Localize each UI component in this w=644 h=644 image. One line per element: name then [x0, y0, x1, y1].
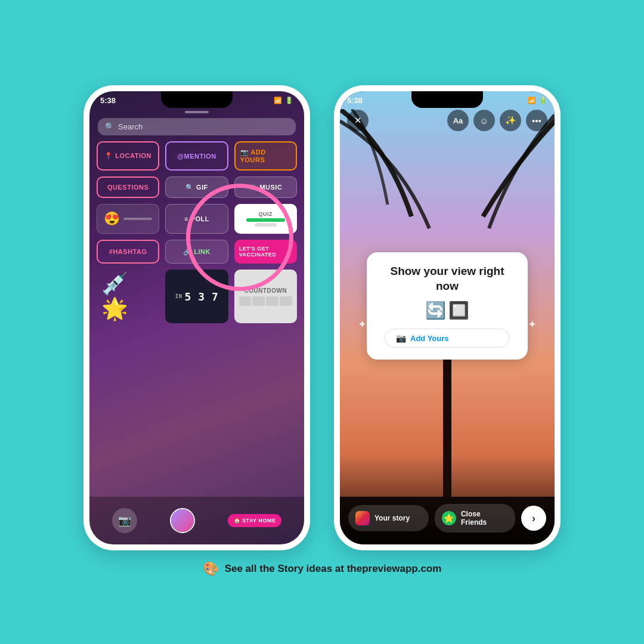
sticker-timer[interactable]: IN 5 3 7	[165, 270, 228, 323]
sticker-location[interactable]: 📍 LOCATION	[97, 141, 159, 171]
time-2: 5:38	[347, 96, 363, 105]
notch1	[161, 91, 233, 108]
phone1-screen: 5:38 📶 🔋 🔍 Search 📍 LOCATION @MENTION	[89, 91, 304, 544]
search-bar[interactable]: 🔍 Search	[98, 118, 296, 135]
wifi-icon: 📶	[274, 97, 282, 104]
sparkle-left: ✦	[358, 318, 367, 331]
sticker-mention[interactable]: @MENTION	[165, 141, 228, 171]
search-icon: 🔍	[105, 122, 114, 131]
your-story-label: Your story	[374, 514, 410, 522]
close-friends-icon: ⭐	[442, 511, 456, 525]
add-yours-icon-1: 🔄	[425, 301, 446, 320]
sticker-vaccine-sticker[interactable]: 💉🌟	[97, 270, 159, 323]
sticker-link[interactable]: 🔗 LINK	[165, 240, 228, 264]
story-next-button[interactable]: ›	[521, 506, 546, 531]
camera-icon[interactable]: 📷	[112, 508, 137, 533]
close-button[interactable]: ✕	[347, 110, 369, 131]
close-friends-label: Close Friends	[461, 510, 508, 527]
add-yours-icon-2: 🔲	[448, 301, 469, 320]
wifi-icon-2: 📶	[528, 97, 536, 104]
close-friends-button[interactable]: ⭐ Close Friends	[435, 504, 515, 532]
sticker-gif[interactable]: 🔍 GIF	[165, 177, 228, 198]
footer-icon: 🎨	[203, 561, 219, 577]
bottom-bar-phone1: 📷 🏠 STAY HOME	[89, 497, 304, 544]
sticker-poll[interactable]: ≡ POLL	[165, 204, 228, 234]
story-controls: ✕ Aa ☺ ✨ •••	[347, 110, 547, 131]
avatar-preview[interactable]	[170, 508, 195, 533]
more-button[interactable]: •••	[526, 110, 547, 131]
story-top-bar: 5:38 📶 🔋 ✕ Aa ☺ ✨ •••	[340, 91, 555, 136]
next-arrow-icon: ›	[532, 512, 535, 525]
status-icons-2: 📶 🔋	[528, 97, 547, 104]
battery-icon: 🔋	[285, 97, 293, 104]
story-bottom-bar: Your story ⭐ Close Friends ›	[340, 497, 555, 544]
add-yours-card: Show your view right now 🔄 🔲 📷 Add Yours	[367, 252, 528, 360]
text-button[interactable]: Aa	[447, 110, 469, 131]
handle-bar	[185, 111, 209, 113]
sticker-questions[interactable]: QUESTIONS	[97, 177, 159, 198]
status-icons-1: 📶 🔋	[274, 97, 293, 104]
footer-text: See all the Story ideas at thepreviewapp…	[225, 563, 442, 575]
sticker-quiz[interactable]: QUIZ	[234, 204, 297, 234]
sticker-countdown[interactable]: COUNTDOWN	[234, 270, 297, 323]
phone2-frame: ✦ ✦ ✦ ✦ 5:38 📶 🔋 ✕ Aa ☺	[334, 85, 561, 550]
sticker-grid: 📍 LOCATION @MENTION 📷 ADD YOURS QUESTION…	[89, 141, 304, 323]
sparkle-button[interactable]: ✨	[500, 110, 521, 131]
footer: 🎨 See all the Story ideas at thepreviewa…	[203, 561, 442, 577]
add-yours-title: Show your view right now	[385, 264, 510, 293]
your-story-icon	[355, 511, 370, 525]
your-story-button[interactable]: Your story	[348, 505, 429, 531]
phones-container: 5:38 📶 🔋 🔍 Search 📍 LOCATION @MENTION	[83, 85, 561, 550]
story-ctrl-right: Aa ☺ ✨ •••	[447, 110, 547, 131]
stay-home-btn[interactable]: 🏠 STAY HOME	[228, 514, 282, 527]
time-1: 5:38	[100, 96, 116, 105]
search-placeholder: Search	[118, 122, 143, 131]
sticker-emoji[interactable]: 😍	[97, 204, 159, 234]
add-yours-icons: 🔄 🔲	[385, 301, 510, 320]
phone1-frame: 5:38 📶 🔋 🔍 Search 📍 LOCATION @MENTION	[83, 85, 310, 550]
sticker-vaccinated[interactable]: LET'S GET VACCINATED	[234, 240, 297, 264]
sticker-hashtag[interactable]: #HASHTAG	[97, 240, 159, 264]
sticker-music[interactable]: 🎵 MUSIC	[234, 177, 297, 198]
status-bar-2: 5:38 📶 🔋	[347, 96, 547, 105]
add-yours-btn-icon: 📷	[396, 333, 406, 343]
battery-icon-2: 🔋	[539, 97, 547, 104]
add-yours-btn-label: Add Yours	[410, 334, 449, 343]
sticker-addyours[interactable]: 📷 ADD YOURS	[234, 141, 297, 171]
add-yours-button[interactable]: 📷 Add Yours	[385, 329, 510, 348]
phone2-screen: ✦ ✦ ✦ ✦ 5:38 📶 🔋 ✕ Aa ☺	[340, 91, 555, 544]
sparkle-right: ✦	[528, 318, 537, 331]
face-button[interactable]: ☺	[473, 110, 495, 131]
